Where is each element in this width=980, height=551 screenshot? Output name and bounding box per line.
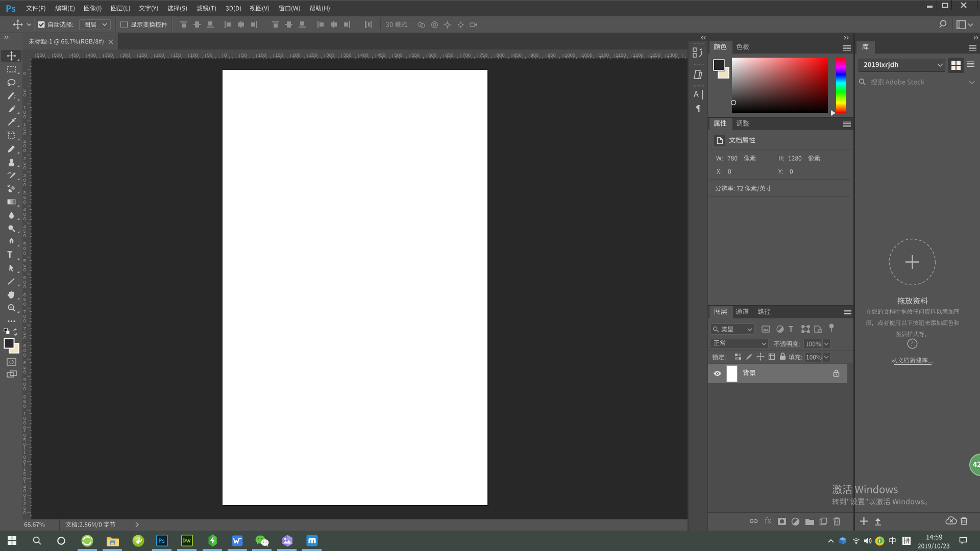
svg-text:0: 0	[23, 199, 26, 205]
svg-text:0: 0	[23, 92, 26, 97]
svg-text:0: 0	[23, 335, 26, 340]
svg-text:0: 0	[23, 70, 26, 76]
svg-text:0: 0	[23, 267, 26, 272]
svg-text:0: 0	[23, 510, 26, 515]
svg-text:0: 0	[23, 386, 26, 391]
svg-text:0: 0	[23, 250, 26, 256]
svg-text:0: 0	[23, 284, 26, 289]
svg-text:0: 0	[23, 147, 26, 153]
svg-text:0: 0	[23, 182, 26, 187]
svg-text:0: 0	[23, 318, 26, 323]
svg-text:0: 0	[23, 301, 26, 307]
svg-text:0: 0	[23, 352, 26, 358]
svg-text:0: 0	[23, 114, 26, 119]
svg-text:0: 0	[23, 233, 26, 238]
svg-text:0: 0	[23, 165, 26, 170]
svg-text:0: 0	[23, 216, 26, 221]
svg-text:0: 0	[23, 131, 26, 136]
svg-text:0: 0	[23, 403, 26, 409]
svg-text:0: 0	[23, 369, 26, 374]
